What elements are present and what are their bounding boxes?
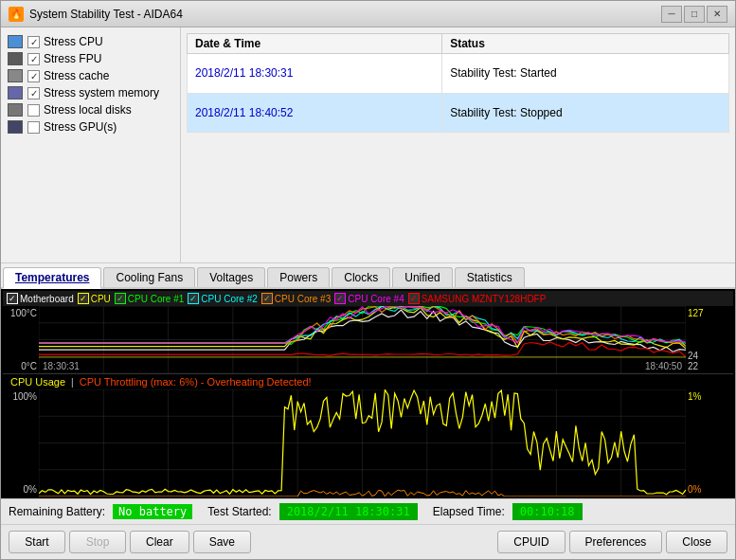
stress-check-disks[interactable] [27, 104, 40, 117]
cpu-chart-svg-area [39, 389, 686, 497]
fpu-icon [7, 52, 24, 65]
stress-label-memory: Stress system memory [44, 86, 159, 99]
battery-value: No battery [113, 504, 192, 519]
chart-area: ✓Motherboard✓CPU✓CPU Core #1✓CPU Core #2… [1, 289, 735, 498]
clear-button[interactable]: Clear [130, 531, 189, 553]
tab-cooling_fans[interactable]: Cooling Fans [103, 267, 195, 287]
legend-cpu-core-#3[interactable]: ✓CPU Core #3 [261, 293, 331, 304]
left-panel: Stress CPUStress FPUStress cacheStress s… [1, 27, 181, 262]
cpu-chart: CPU Usage | CPU Throttling (max: 6%) - O… [3, 373, 733, 497]
battery-label: Remaining Battery: [9, 505, 105, 518]
legend-label-cpu-core-#3: CPU Core #3 [275, 294, 331, 304]
x-label-start: 18:30:31 [43, 361, 80, 371]
log-row[interactable]: 2018/2/11 18:40:52Stability Test: Stoppe… [188, 93, 729, 133]
tabs-section: TemperaturesCooling FansVoltagesPowersCl… [1, 262, 735, 498]
cpu-right-val-2: 0% [688, 484, 731, 495]
right-panel: Date & Time Status 2018/2/11 18:30:31Sta… [181, 27, 735, 262]
stress-check-fpu[interactable] [27, 53, 40, 65]
start-button[interactable]: Start [9, 531, 65, 553]
stress-check-memory[interactable] [27, 87, 40, 99]
disks-icon [7, 103, 24, 117]
button-bar: Start Stop Clear Save CPUID Preferences … [1, 524, 735, 559]
col-datetime: Date & Time [188, 34, 442, 54]
stop-button[interactable]: Stop [69, 531, 126, 553]
tab-powers[interactable]: Powers [267, 267, 330, 287]
test-started-value: 2018/2/11 18:30:31 [279, 503, 418, 520]
status-bar: Remaining Battery: No battery Test Start… [1, 498, 735, 524]
maximize-button[interactable]: □ [684, 6, 705, 23]
elapsed-value: 00:10:18 [512, 503, 583, 520]
tab-temperatures[interactable]: Temperatures [3, 267, 101, 289]
tab-bar: TemperaturesCooling FansVoltagesPowersCl… [1, 263, 735, 289]
stress-item-gpu[interactable]: Stress GPU(s) [5, 118, 176, 135]
tab-clocks[interactable]: Clocks [332, 267, 390, 287]
stress-check-cache[interactable] [27, 70, 40, 82]
legend-cpu-core-#1[interactable]: ✓CPU Core #1 [115, 293, 184, 304]
stress-item-memory[interactable]: Stress system memory [5, 84, 176, 101]
memory-icon [7, 86, 24, 99]
temp-y-axis: 100°C 0°C [3, 306, 39, 373]
legend-cpu-core-#4[interactable]: ✓CPU Core #4 [334, 293, 404, 304]
tab-statistics[interactable]: Statistics [455, 267, 525, 287]
stress-label-disks: Stress local disks [44, 103, 132, 117]
stress-label-gpu: Stress GPU(s) [44, 120, 117, 134]
temp-legend: ✓Motherboard✓CPU✓CPU Core #1✓CPU Core #2… [3, 291, 733, 306]
cpuid-button[interactable]: CPUID [497, 531, 565, 553]
log-table: Date & Time Status 2018/2/11 18:30:31Sta… [187, 33, 729, 133]
tab-voltages[interactable]: Voltages [197, 267, 265, 287]
cpu-throttling-label: CPU Throttling (max: 6%) - Overheating D… [80, 376, 312, 388]
log-status: Stability Test: Stopped [442, 93, 729, 133]
cpu-y-min: 0% [5, 484, 37, 495]
stress-item-fpu[interactable]: Stress FPU [5, 50, 176, 67]
main-window: 🔥 System Stability Test - AIDA64 ─ □ ✕ S… [0, 0, 736, 560]
right-val-1: 127 [688, 308, 731, 318]
legend-label-motherboard: Motherboard [20, 294, 74, 304]
legend-samsung-mznty128hdfp[interactable]: ✓SAMSUNG MZNTY128HDFP [408, 293, 547, 304]
legend-cpu[interactable]: ✓CPU [78, 293, 111, 304]
main-content: Stress CPUStress FPUStress cacheStress s… [1, 27, 735, 262]
preferences-button[interactable]: Preferences [569, 531, 663, 553]
cpu-y-max: 100% [5, 391, 37, 402]
test-started-label: Test Started: [207, 505, 271, 518]
stress-items-list: Stress CPUStress FPUStress cacheStress s… [5, 33, 176, 135]
right-val-3: 22 [688, 361, 731, 371]
legend-label-cpu-core-#1: CPU Core #1 [128, 294, 184, 304]
log-datetime: 2018/2/11 18:30:31 [188, 54, 442, 94]
legend-label-samsung-mznty128hdfp: SAMSUNG MZNTY128HDFP [422, 294, 547, 304]
close-button-bar[interactable]: Close [666, 531, 727, 553]
legend-motherboard[interactable]: ✓Motherboard [7, 293, 74, 304]
tab-unified[interactable]: Unified [392, 267, 452, 287]
y-min: 0°C [5, 361, 37, 371]
col-status: Status [442, 34, 729, 54]
log-status: Stability Test: Started [442, 54, 729, 94]
close-button[interactable]: ✕ [707, 6, 727, 23]
window-title: System Stability Test - AIDA64 [29, 8, 661, 21]
log-row[interactable]: 2018/2/11 18:30:31Stability Test: Starte… [188, 54, 729, 94]
stress-label-fpu: Stress FPU [44, 52, 101, 65]
cpu-usage-legend: CPU Usage | CPU Throttling (max: 6%) - O… [3, 374, 733, 389]
stress-item-disks[interactable]: Stress local disks [5, 101, 176, 118]
x-label-end: 18:40:50 [645, 361, 682, 371]
cpu-usage-label: CPU Usage [10, 376, 65, 388]
stress-check-cpu[interactable] [27, 36, 40, 48]
stress-label-cpu: Stress CPU [44, 35, 103, 48]
cpu-icon [7, 35, 24, 48]
temp-chart-container: 100°C 0°C 18:30:31 18:40:50 127 24 [3, 306, 733, 373]
minimize-button[interactable]: ─ [661, 6, 682, 23]
legend-label-cpu: CPU [91, 294, 111, 304]
cpu-right-val-1: 1% [688, 391, 731, 402]
legend-cpu-core-#2[interactable]: ✓CPU Core #2 [188, 293, 257, 304]
app-icon: 🔥 [9, 7, 24, 22]
legend-label-cpu-core-#4: CPU Core #4 [348, 294, 404, 304]
elapsed-label: Elapsed Time: [433, 505, 505, 518]
log-datetime: 2018/2/11 18:40:52 [188, 93, 442, 133]
save-button[interactable]: Save [193, 531, 251, 553]
cache-icon [7, 69, 24, 82]
y-max: 100°C [5, 308, 37, 318]
stress-label-cache: Stress cache [44, 69, 109, 82]
stress-check-gpu[interactable] [27, 121, 40, 134]
gpu-icon [7, 120, 24, 134]
stress-item-cache[interactable]: Stress cache [5, 67, 176, 84]
stress-item-cpu[interactable]: Stress CPU [5, 33, 176, 50]
cpu-right-labels: 1% 0% [686, 389, 733, 497]
